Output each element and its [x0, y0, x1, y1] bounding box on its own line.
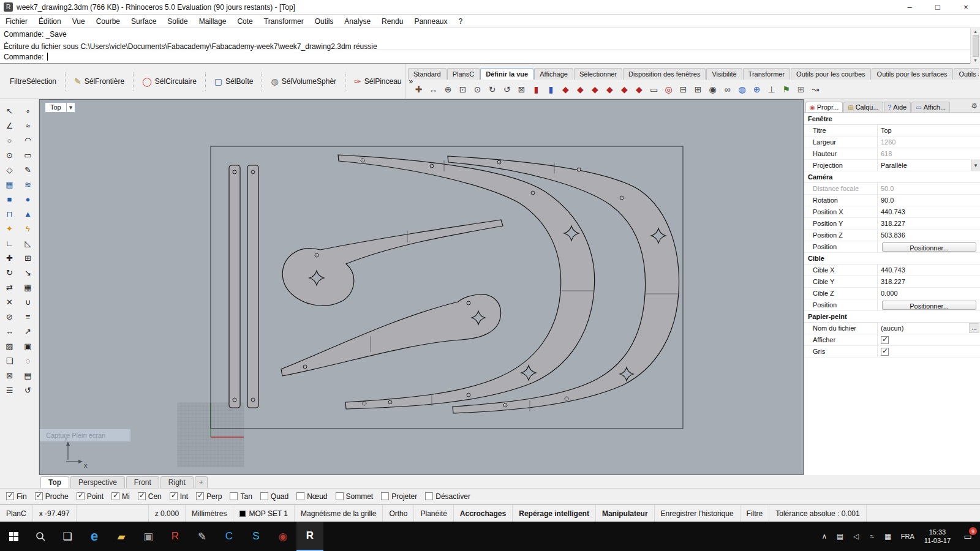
chamfer-icon[interactable]: ◺ [20, 236, 36, 250]
hide-icon[interactable]: ◌ [20, 354, 36, 367]
toolbar-tab-visibilite[interactable]: Visibilité [706, 68, 742, 80]
part-armrest-1[interactable] [282, 220, 503, 305]
checkbox-gris[interactable] [881, 348, 889, 356]
menu-courbe[interactable]: Courbe [91, 16, 126, 27]
viewport-tab-perspective[interactable]: Perspective [70, 476, 125, 488]
part-slat-1[interactable] [229, 165, 240, 408]
part-armrest-2[interactable] [281, 294, 501, 376]
copy-icon[interactable]: ⊞ [20, 251, 36, 264]
move-icon[interactable]: ✚ [2, 251, 18, 264]
toolbar-tab-disposition-des-fenetres[interactable]: Disposition des fenêtres [623, 68, 706, 80]
osnap-mi[interactable]: Mi [111, 492, 130, 501]
lock-icon[interactable]: ⊠ [2, 369, 18, 382]
red-bar-icon[interactable]: ▮ [529, 83, 543, 97]
osnap-projeter[interactable]: Projeter [381, 492, 417, 501]
osnap-checkbox-tan[interactable] [230, 492, 238, 500]
task-view-button[interactable]: ❏ [54, 522, 81, 551]
zoom-in-icon[interactable]: ⊕ [441, 83, 455, 97]
status-magnetisme-de-la-grille[interactable]: Magnétisme de la grille [295, 505, 383, 522]
status-mop-set-1[interactable]: MOP SET 1 [233, 505, 295, 522]
tray-display-icon[interactable]: ▤ [832, 522, 848, 551]
cad-canvas[interactable]: y x [40, 100, 804, 475]
toolbar-tab-outils[interactable]: Outils » [954, 68, 979, 80]
viewport-title[interactable]: Top ▾ [45, 102, 75, 113]
box-icon[interactable]: ■ [2, 192, 18, 206]
scroll-up-icon[interactable]: ▲ [973, 29, 978, 34]
property-value[interactable] [878, 334, 980, 345]
button-selcirculaire[interactable]: ◯SélCirculaire [137, 73, 202, 89]
camera-icon[interactable]: ◎ [662, 83, 676, 97]
gear-icon[interactable]: ⚙ [971, 102, 978, 110]
zoom-window-icon[interactable]: ⊡ [456, 83, 470, 97]
app-blue-c-icon[interactable]: C [216, 522, 243, 551]
sphere-icon[interactable]: ● [20, 192, 36, 206]
viewport-title-dropdown-icon[interactable]: ▾ [67, 102, 76, 113]
property-value[interactable]: Positionner... [878, 241, 980, 252]
zoom-selected-icon[interactable]: ⊙ [470, 83, 484, 97]
osnap-quad[interactable]: Quad [260, 492, 288, 501]
status-accrochages[interactable]: Accrochages [454, 505, 513, 522]
toolbar-tab-selectionner[interactable]: Sélectionner [574, 68, 622, 80]
link-views-icon[interactable]: ∞ [720, 83, 734, 97]
app-dark-icon[interactable]: ▣ [135, 522, 162, 551]
array-icon[interactable]: ▦ [20, 280, 36, 294]
button-selboite[interactable]: ▢SélBoîte [209, 73, 258, 89]
viewport-tab-right[interactable]: Right [160, 476, 194, 488]
view-bottom-icon[interactable]: ◆ [632, 83, 646, 97]
ellipse-icon[interactable]: ⊙ [2, 148, 18, 162]
close-button[interactable]: × [952, 0, 980, 14]
view-front-icon[interactable]: ◆ [559, 83, 573, 97]
split-icon[interactable]: ⊘ [2, 310, 18, 323]
property-value[interactable]: (aucun)... [878, 323, 980, 334]
undo-icon[interactable]: ↺ [20, 383, 36, 397]
osnap-checkbox-int[interactable] [170, 492, 178, 500]
osnap-n-ud[interactable]: Nœud [296, 492, 327, 501]
menu-cote[interactable]: Cote [232, 16, 258, 27]
status-manipulateur[interactable]: Manipulateur [596, 505, 655, 522]
status-ortho[interactable]: Ortho [383, 505, 414, 522]
osnap-checkbox-sommet[interactable] [336, 492, 344, 500]
osnap-checkbox-quad[interactable] [260, 492, 268, 500]
checkbox-afficher[interactable] [881, 336, 889, 344]
scrollbar-thumb[interactable] [973, 35, 979, 57]
menu-analyse[interactable]: Analyse [339, 16, 376, 27]
magnifier-icon[interactable]: ◉ [706, 83, 720, 97]
toolbar-tab-plansc[interactable]: PlansC [447, 68, 480, 80]
tray-expand-icon[interactable]: ∧ [816, 522, 832, 551]
osnap-checkbox-mi[interactable] [111, 492, 119, 500]
blue-bar-icon[interactable]: ▮ [544, 83, 558, 97]
tray-keyboard-icon[interactable]: ▦ [880, 522, 896, 551]
viewport-tab-front[interactable]: Front [126, 476, 159, 488]
surface-icon[interactable]: ▦ [2, 178, 18, 191]
cad-drawing[interactable] [211, 146, 683, 429]
toolbar-tab-standard[interactable]: Standard [408, 68, 447, 80]
button-filtreselection[interactable]: FiltreSélection [5, 73, 61, 89]
toolbar-tab-outils-pour-les-surfaces[interactable]: Outils pour les surfaces [872, 68, 953, 80]
hatch-icon[interactable]: ▨ [2, 339, 18, 353]
osnap-checkbox-perp[interactable] [196, 492, 204, 500]
toolbar-tab-outils-pour-les-courbes[interactable]: Outils pour les courbes [791, 68, 871, 80]
file-explorer-icon[interactable]: ▰ [108, 522, 135, 551]
panel-tab-propr[interactable]: ◉Propr... [805, 102, 843, 112]
chevron-down-icon[interactable]: ▼ [971, 160, 980, 171]
pan-view-icon[interactable]: ✚ [412, 83, 426, 97]
rotate-icon[interactable]: ↻ [2, 266, 18, 279]
osnap-checkbox-fin[interactable] [6, 492, 14, 500]
status-x-97-497[interactable]: x -97.497 [33, 505, 77, 522]
menu-panneaux[interactable]: Panneaux [409, 16, 453, 27]
notifications-button[interactable]: ▭ 9 [956, 522, 980, 551]
command-prompt[interactable]: Commande: [0, 50, 970, 63]
grid-plus-icon[interactable]: ⊞ [794, 83, 808, 97]
screen-capture-icon[interactable]: ▭ [647, 83, 661, 97]
start-button[interactable] [0, 522, 27, 551]
language-indicator[interactable]: FRA [896, 533, 919, 540]
curve-icon[interactable]: ≈ [20, 119, 36, 132]
toolbar-tab-affichage[interactable]: Affichage [534, 68, 573, 80]
view-top-icon[interactable]: ◆ [617, 83, 631, 97]
arc-icon[interactable]: ◠ [20, 133, 36, 147]
property-value[interactable]: Parallèle▼ [878, 160, 980, 171]
monitor-icon[interactable]: ⊟ [676, 83, 690, 97]
boolean-icon[interactable]: ✦ [2, 222, 18, 235]
app-game-icon[interactable]: ◉ [270, 522, 296, 551]
button-selpinceau[interactable]: ✑SélPinceau [349, 73, 406, 89]
